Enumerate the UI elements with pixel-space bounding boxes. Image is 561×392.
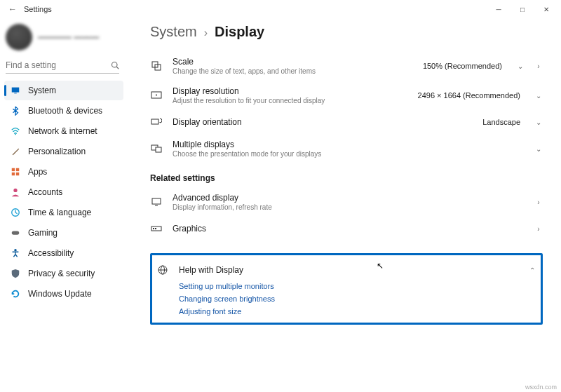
sidebar-item-label: Personalization — [28, 147, 86, 156]
graphics-icon — [150, 222, 163, 235]
chevron-down-icon[interactable]: ⌄ — [534, 92, 543, 100]
svg-rect-7 — [12, 173, 15, 175]
sidebar-item-accessibility[interactable]: Accessibility — [4, 243, 123, 263]
chevron-right-icon[interactable]: › — [534, 62, 543, 70]
profile-block[interactable]: ———— ——— — [4, 21, 123, 56]
maximize-button[interactable]: □ — [511, 0, 534, 18]
sidebar-item-label: System — [28, 86, 56, 95]
row-scale[interactable]: Scale Change the size of text, apps, and… — [150, 51, 543, 81]
sidebar-item-label: Apps — [28, 167, 47, 177]
scale-value: 150% (Recommended) — [423, 62, 502, 70]
sidebar-item-label: Gaming — [28, 228, 58, 238]
help-link-font-size[interactable]: Adjusting font size — [179, 307, 536, 316]
window-title: Settings — [24, 5, 52, 13]
brush-icon — [10, 146, 21, 157]
svg-rect-19 — [156, 147, 161, 152]
related-settings-header: Related settings — [150, 173, 543, 183]
wifi-icon — [10, 126, 21, 137]
svg-rect-5 — [12, 168, 15, 171]
help-link-brightness[interactable]: Changing screen brightness — [179, 295, 536, 303]
avatar — [6, 24, 32, 50]
multi-title: Multiple displays — [173, 140, 525, 149]
breadcrumb-parent[interactable]: System — [150, 24, 197, 40]
clock-icon — [10, 207, 21, 218]
chevron-down-icon[interactable]: ⌄ — [534, 119, 543, 126]
row-advanced-display[interactable]: Advanced display Display information, re… — [150, 187, 543, 217]
profile-name: ———— ——— — [38, 32, 99, 42]
advdisp-title: Advanced display — [173, 193, 525, 203]
sidebar-item-time-language[interactable]: Time & language — [4, 203, 123, 222]
chevron-right-icon[interactable]: › — [534, 198, 543, 206]
sidebar-item-personalization[interactable]: Personalization — [4, 142, 123, 161]
search-input[interactable] — [6, 60, 111, 70]
close-button[interactable]: ✕ — [534, 0, 558, 18]
chevron-down-icon[interactable]: ⌄ — [516, 62, 525, 70]
chevron-down-icon[interactable]: ⌄ — [534, 145, 543, 153]
resolution-icon — [150, 89, 163, 102]
sidebar-item-apps[interactable]: Apps — [4, 162, 123, 182]
sidebar-item-label: Windows Update — [28, 289, 92, 299]
breadcrumb-sep: › — [204, 27, 208, 39]
svg-rect-24 — [155, 228, 156, 229]
sidebar-item-label: Accessibility — [28, 248, 74, 258]
orientation-value: Landscape — [482, 118, 520, 126]
sidebar: ———— ——— SystemBluetooth & devicesNetwor… — [0, 18, 126, 392]
apps-icon — [10, 166, 21, 177]
svg-rect-17 — [151, 119, 158, 124]
svg-point-0 — [112, 62, 118, 68]
svg-point-16 — [156, 95, 157, 96]
back-button[interactable]: ← — [7, 4, 18, 14]
sidebar-item-windows-update[interactable]: Windows Update — [4, 284, 123, 304]
row-help[interactable]: Help with Display ⌃ ↖ — [156, 259, 536, 278]
monitor-icon — [150, 196, 163, 208]
chevron-right-icon[interactable]: › — [534, 225, 543, 233]
search-icon — [111, 61, 119, 69]
update-icon — [10, 288, 21, 299]
sidebar-item-label: Network & internet — [28, 126, 97, 136]
shield-icon — [10, 268, 21, 279]
sidebar-item-gaming[interactable]: Gaming — [4, 223, 123, 243]
orientation-title: Display orientation — [173, 117, 473, 127]
person-icon — [10, 187, 21, 198]
orientation-icon — [150, 116, 163, 128]
svg-point-9 — [13, 189, 17, 192]
scale-sub: Change the size of text, apps, and other… — [173, 67, 413, 75]
row-graphics[interactable]: Graphics › — [150, 217, 543, 241]
resolution-sub: Adjust the resolution to fit your connec… — [173, 97, 408, 104]
svg-rect-2 — [12, 88, 20, 93]
accessibility-icon — [10, 248, 21, 259]
sidebar-item-accounts[interactable]: Accounts — [4, 182, 123, 202]
svg-rect-23 — [153, 228, 154, 229]
svg-rect-6 — [16, 168, 19, 171]
help-link-multiple-monitors[interactable]: Setting up multiple monitors — [179, 282, 536, 290]
breadcrumb: System › Display — [150, 24, 543, 40]
svg-rect-11 — [12, 231, 20, 234]
minimize-button[interactable]: ─ — [487, 0, 511, 18]
resolution-value: 2496 × 1664 (Recommended) — [418, 91, 520, 100]
chevron-up-icon[interactable]: ⌃ — [528, 266, 536, 274]
sidebar-item-bluetooth-devices[interactable]: Bluetooth & devices — [4, 101, 123, 121]
sidebar-item-network-internet[interactable]: Network & internet — [4, 121, 123, 141]
search-input-wrapper[interactable] — [6, 59, 119, 74]
row-resolution[interactable]: Display resolution Adjust the resolution… — [150, 81, 543, 110]
row-multiple-displays[interactable]: Multiple displays Choose the presentatio… — [150, 134, 543, 163]
svg-point-4 — [15, 134, 16, 135]
svg-rect-20 — [152, 198, 161, 204]
row-orientation[interactable]: Display orientation Landscape ⌄ — [150, 110, 543, 134]
help-with-display-box: Help with Display ⌃ ↖ Setting up multipl… — [150, 253, 543, 325]
sidebar-item-label: Privacy & security — [28, 269, 95, 278]
watermark: wsxdn.com — [525, 384, 557, 391]
scale-title: Scale — [173, 57, 413, 67]
graphics-title: Graphics — [173, 224, 525, 234]
breadcrumb-current: Display — [215, 24, 264, 40]
sidebar-item-privacy-security[interactable]: Privacy & security — [4, 264, 123, 283]
bluetooth-icon — [10, 105, 21, 116]
scale-icon — [150, 60, 163, 72]
sidebar-item-system[interactable]: System — [4, 81, 123, 100]
advdisp-sub: Display information, refresh rate — [173, 203, 525, 211]
main-content: System › Display Scale Change the size o… — [126, 18, 561, 392]
globe-icon — [156, 264, 169, 276]
multi-display-icon — [150, 142, 163, 155]
svg-rect-8 — [16, 173, 19, 175]
svg-line-1 — [116, 67, 119, 69]
